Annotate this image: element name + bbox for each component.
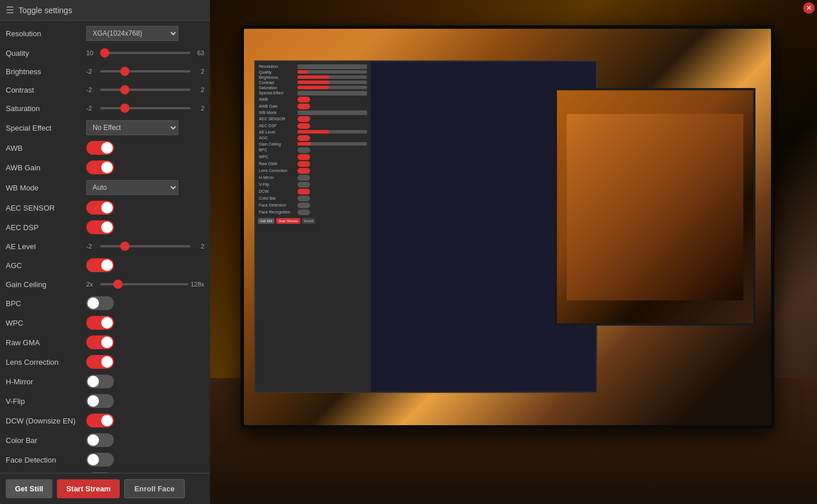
toggle-aec-dsp[interactable] [86, 220, 114, 234]
monitor-scene: Resolution Quality Brightness Contrast S… [210, 0, 817, 504]
toggle-raw-gma[interactable] [86, 335, 114, 349]
toggle-track-awb-gain [86, 161, 114, 174]
setting-row-bpc: BPC [0, 293, 210, 313]
start-stream-button[interactable]: Start Stream [57, 479, 120, 498]
slider-min-brightness: -2 [86, 68, 98, 75]
control-face-detection [86, 453, 204, 467]
setting-row-lens-correction: Lens Correction [0, 352, 210, 372]
toggle-thumb-agc [101, 259, 113, 271]
control-quality: 1063 [86, 49, 204, 56]
label-dcw: DCW (Downsize EN) [6, 417, 86, 425]
panel-title: Toggle settings [18, 6, 72, 15]
setting-row-face-detection: Face Detection [0, 450, 210, 469]
slider-max-quality: 63 [193, 49, 204, 56]
control-awb-gain [86, 161, 204, 174]
toggle-awb[interactable] [86, 141, 114, 155]
slider-quality[interactable] [100, 52, 190, 54]
toggle-dcw[interactable] [86, 414, 114, 427]
toggle-aec-sensor[interactable] [86, 201, 114, 215]
label-wb-mode: WB Mode [6, 184, 86, 192]
label-contrast: Contrast [6, 86, 86, 94]
control-aec-dsp [86, 220, 204, 234]
toggle-face-recognition[interactable] [86, 472, 114, 473]
control-brightness: -22 [86, 68, 204, 75]
select-wb-mode[interactable]: AutoSunnyCloudyOfficeHome [86, 180, 178, 195]
label-quality: Quality [6, 49, 86, 58]
control-lens-correction [86, 355, 204, 369]
label-special-effect: Special Effect [6, 124, 86, 132]
setting-row-awb: AWB [0, 138, 210, 158]
slider-min-contrast: -2 [86, 86, 98, 93]
slider-brightness[interactable] [100, 70, 190, 72]
toggle-thumb-aec-dsp [101, 222, 113, 233]
setting-row-special-effect: Special EffectNo EffectNegativeGrayscale… [0, 117, 210, 138]
select-special-effect[interactable]: No EffectNegativeGrayscaleRed TintGreen … [86, 120, 178, 135]
camera-feed: Resolution Quality Brightness Contrast S… [210, 0, 817, 504]
slider-saturation[interactable] [100, 107, 190, 109]
label-agc: AGC [6, 261, 86, 270]
toggle-wpc[interactable] [86, 316, 114, 330]
control-h-mirror [86, 375, 204, 388]
setting-row-saturation: Saturation-22 [0, 99, 210, 117]
toggle-track-aec-dsp [86, 220, 114, 234]
control-agc [86, 258, 204, 272]
label-ae-level: AE Level [6, 242, 86, 251]
label-brightness: Brightness [6, 67, 86, 76]
settings-list: ResolutionUXGA(1600x1200)SXGA(1280x1024)… [0, 21, 210, 473]
label-aec-sensor: AEC SENSOR [6, 204, 86, 212]
panel-header: ☰ Toggle settings [0, 0, 210, 21]
control-aec-sensor [86, 201, 204, 215]
slider-min-saturation: -2 [86, 105, 98, 112]
bottom-buttons: Get Still Start Stream Enroll Face [0, 473, 210, 504]
slider-max-saturation: 2 [193, 105, 204, 112]
label-bpc: BPC [6, 299, 86, 308]
close-button[interactable]: ✕ [803, 2, 815, 14]
enroll-face-button[interactable]: Enroll Face [124, 479, 184, 498]
toggle-color-bar[interactable] [86, 433, 114, 447]
label-resolution: Resolution [6, 29, 86, 38]
slider-container-ae-level: -22 [86, 243, 204, 250]
control-wb-mode: AutoSunnyCloudyOfficeHome [86, 180, 204, 195]
setting-row-resolution: ResolutionUXGA(1600x1200)SXGA(1280x1024)… [0, 23, 210, 44]
slider-max-gain-ceiling: 128x [190, 281, 204, 288]
setting-row-aec-dsp: AEC DSP [0, 217, 210, 237]
control-contrast: -22 [86, 86, 204, 93]
toggle-track-raw-gma [86, 335, 114, 349]
setting-row-brightness: Brightness-22 [0, 62, 210, 81]
toggle-h-mirror[interactable] [86, 375, 114, 388]
slider-min-ae-level: -2 [86, 243, 98, 250]
inner-panel: Resolution Quality Brightness Contrast S… [255, 62, 371, 392]
toggle-thumb-awb [101, 142, 113, 154]
control-gain-ceiling: 2x128x [86, 281, 204, 288]
nested-monitor-screen [557, 90, 753, 323]
toggle-awb-gain[interactable] [86, 161, 114, 174]
toggle-track-face-detection [86, 453, 114, 467]
select-resolution[interactable]: UXGA(1600x1200)SXGA(1280x1024)XGA(1024x7… [86, 26, 178, 41]
toggle-agc[interactable] [86, 258, 114, 272]
slider-container-quality: 1063 [86, 49, 204, 56]
toggle-track-color-bar [86, 433, 114, 447]
get-still-button[interactable]: Get Still [6, 479, 52, 498]
label-gain-ceiling: Gain Ceiling [6, 280, 86, 289]
slider-contrast[interactable] [100, 89, 190, 91]
setting-row-dcw: DCW (Downsize EN) [0, 411, 210, 430]
toggle-bpc[interactable] [86, 296, 114, 310]
toggle-thumb-aec-sensor [101, 202, 113, 213]
setting-row-raw-gma: Raw GMA [0, 333, 210, 352]
slider-gain-ceiling[interactable] [100, 283, 188, 285]
control-color-bar [86, 433, 204, 447]
toggle-thumb-awb-gain [101, 162, 113, 173]
hamburger-icon[interactable]: ☰ [6, 5, 14, 16]
label-awb-gain: AWB Gain [6, 163, 86, 172]
toggle-thumb-v-flip [87, 395, 99, 407]
control-v-flip [86, 394, 204, 408]
control-bpc [86, 296, 204, 310]
slider-container-brightness: -22 [86, 68, 204, 75]
setting-row-agc: AGC [0, 255, 210, 275]
slider-ae-level[interactable] [100, 245, 190, 247]
toggle-v-flip[interactable] [86, 394, 114, 408]
toggle-face-detection[interactable] [86, 453, 114, 467]
setting-row-wb-mode: WB ModeAutoSunnyCloudyOfficeHome [0, 177, 210, 198]
toggle-lens-correction[interactable] [86, 355, 114, 369]
camera-feed-panel: ✕ Resolution Quality Brightness Contrast… [210, 0, 817, 504]
